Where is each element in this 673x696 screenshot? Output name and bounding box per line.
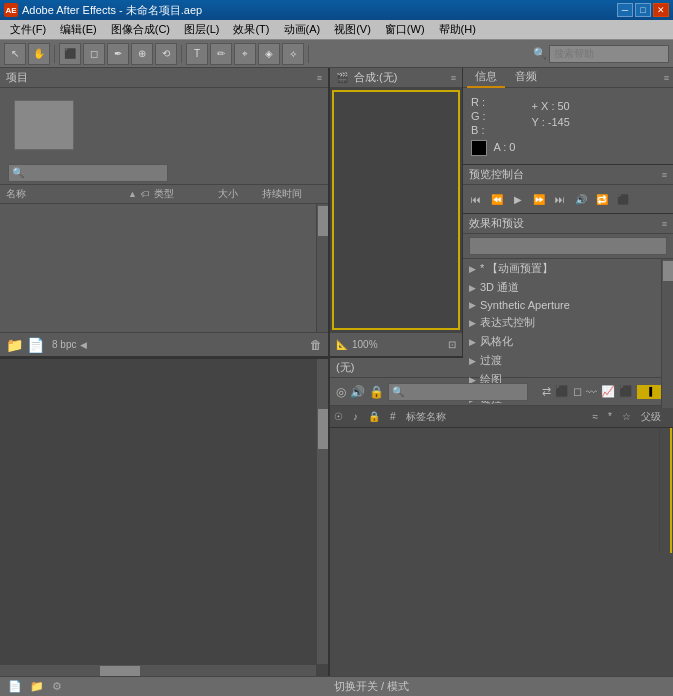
preview-ram-btn[interactable]: ⬛ [614, 190, 632, 208]
toolbar-tool-3[interactable]: ✒ [107, 43, 129, 65]
preview-loop-btn[interactable]: 🔁 [593, 190, 611, 208]
project-label-icon: 🏷 [141, 189, 150, 199]
effect-item-3d[interactable]: ▶ 3D 通道 [463, 278, 673, 297]
tl-col-mode[interactable]: ≈ [593, 411, 599, 422]
info-color-xy: R : G : B : A : 0 [471, 96, 665, 156]
title-controls: ─ □ ✕ [617, 3, 669, 17]
tl-col-lock[interactable]: 🔒 [368, 411, 380, 422]
info-plus-sign: + [531, 100, 537, 112]
menu-animation[interactable]: 动画(A) [278, 20, 327, 39]
menu-bar: 文件(F) 编辑(E) 图像合成(C) 图层(L) 效果(T) 动画(A) 视图… [0, 20, 673, 40]
comp-panel-title: 合成:(无) [354, 70, 397, 85]
left-column: 项目 ≡ 🔍 名称 ▲ 🏷 类型 大小 持续时间 [0, 68, 330, 676]
info-tabs-left: 信息 音频 [467, 68, 545, 88]
project-search-area: 🔍 [8, 164, 178, 182]
effects-search-input[interactable] [469, 237, 667, 255]
effects-scrollbar[interactable] [661, 259, 673, 408]
menu-composition[interactable]: 图像合成(C) [105, 20, 176, 39]
effect-item-synthetic[interactable]: ▶ Synthetic Aperture [463, 297, 673, 313]
info-b-label: B : [471, 124, 484, 136]
project-new-folder-icon[interactable]: 📁 [6, 337, 23, 353]
effect-item-transition[interactable]: ▶ 过渡 [463, 351, 673, 370]
project-bpc-arrow[interactable]: ◀ [80, 340, 87, 350]
effect-item-stylize[interactable]: ▶ 风格化 [463, 332, 673, 351]
tl-col-star[interactable]: * [608, 411, 612, 422]
preview-panel-menu[interactable]: ≡ [662, 170, 667, 180]
tl-col-eye[interactable]: ☉ [334, 411, 343, 422]
project-list [0, 204, 328, 332]
tl-col-fav[interactable]: ☆ [622, 411, 631, 422]
main-content: 项目 ≡ 🔍 名称 ▲ 🏷 类型 大小 持续时间 [0, 68, 673, 676]
toolbar-tool-10[interactable]: ⟡ [282, 43, 304, 65]
tl-col-parent: 父级 [641, 410, 661, 424]
info-x-row: + X : 50 [531, 100, 569, 112]
preview-next-frame-btn[interactable]: ⏩ [530, 190, 548, 208]
timeline-search-area: 🔍 [388, 383, 538, 401]
timeline-tool-3[interactable]: 🔒 [369, 385, 384, 399]
maximize-button[interactable]: □ [635, 3, 651, 17]
preview-audio-btn[interactable]: 🔊 [572, 190, 590, 208]
effects-panel-menu[interactable]: ≡ [662, 219, 667, 229]
toolbar-tool-9[interactable]: ◈ [258, 43, 280, 65]
toolbar-tool-1[interactable]: ⬛ [59, 43, 81, 65]
tl-col-name: 标签名称 [406, 410, 583, 424]
project-scrollbar[interactable] [316, 204, 328, 332]
toolbar-tool-5[interactable]: ⟲ [155, 43, 177, 65]
tl-col-hash[interactable]: # [390, 411, 396, 422]
minimize-button[interactable]: ─ [617, 3, 633, 17]
toolbar-hand-tool[interactable]: ✋ [28, 43, 50, 65]
project-search-input[interactable] [8, 164, 168, 182]
effect-arrow-transition: ▶ [469, 356, 476, 366]
preview-last-btn[interactable]: ⏭ [551, 190, 569, 208]
comp-panel-menu-icon[interactable]: ≡ [451, 73, 456, 83]
status-icon3[interactable]: ⚙ [52, 680, 62, 693]
comp-footer-icon1[interactable]: 📐 [336, 339, 348, 350]
project-new-comp-icon[interactable]: 📄 [27, 337, 44, 353]
menu-layer[interactable]: 图层(L) [178, 20, 225, 39]
menu-file[interactable]: 文件(F) [4, 20, 52, 39]
effect-item-animation[interactable]: ▶ * 【动画预置】 [463, 259, 673, 278]
preview-play-btn[interactable]: ▶ [509, 190, 527, 208]
menu-help[interactable]: 帮助(H) [433, 20, 482, 39]
menu-window[interactable]: 窗口(W) [379, 20, 431, 39]
comp-scrollbar-horizontal[interactable] [0, 664, 316, 676]
info-color-swatch-row: A : 0 [471, 140, 515, 156]
timeline-tool-1[interactable]: ◎ [336, 385, 346, 399]
search-icon: 🔍 [533, 47, 547, 60]
effect-item-expression[interactable]: ▶ 表达式控制 [463, 313, 673, 332]
status-icon2[interactable]: 📁 [30, 680, 44, 693]
effect-label-expression: 表达式控制 [480, 315, 535, 330]
comp-footer-expand[interactable]: ⊡ [448, 339, 456, 350]
tl-col-audio[interactable]: ♪ [353, 411, 358, 422]
close-button[interactable]: ✕ [653, 3, 669, 17]
toolbar-arrow-tool[interactable]: ↖ [4, 43, 26, 65]
info-b-row: B : [471, 124, 515, 136]
status-icon1[interactable]: 📄 [8, 680, 22, 693]
toolbar-tool-8[interactable]: ⌖ [234, 43, 256, 65]
toolbar-tool-7[interactable]: ✏ [210, 43, 232, 65]
timeline-search-icon: 🔍 [392, 386, 404, 397]
effect-arrow-3d: ▶ [469, 283, 476, 293]
info-panel-menu[interactable]: ≡ [664, 73, 669, 83]
timeline-search-input[interactable] [388, 383, 528, 401]
project-col-size: 大小 [218, 187, 258, 201]
timeline-tool-2[interactable]: 🔊 [350, 385, 365, 399]
project-panel: 项目 ≡ 🔍 名称 ▲ 🏷 类型 大小 持续时间 [0, 68, 328, 358]
info-tab-info[interactable]: 信息 [467, 68, 505, 88]
menu-view[interactable]: 视图(V) [328, 20, 377, 39]
toolbar-tool-4[interactable]: ⊕ [131, 43, 153, 65]
toolbar-tool-2[interactable]: ◻ [83, 43, 105, 65]
toolbar-tool-6[interactable]: T [186, 43, 208, 65]
project-trash-icon[interactable]: 🗑 [310, 338, 322, 352]
project-col-duration: 持续时间 [262, 187, 322, 201]
info-tab-audio[interactable]: 音频 [507, 68, 545, 88]
comp-scrollbar-vertical[interactable] [316, 359, 328, 664]
menu-effects[interactable]: 效果(T) [227, 20, 275, 39]
project-sort-icon[interactable]: ▲ [128, 189, 137, 199]
project-panel-menu-icon[interactable]: ≡ [317, 73, 322, 83]
project-panel-header: 项目 ≡ [0, 68, 328, 88]
menu-edit[interactable]: 编辑(E) [54, 20, 103, 39]
search-help-input[interactable] [549, 45, 669, 63]
preview-prev-frame-btn[interactable]: ⏪ [488, 190, 506, 208]
preview-first-btn[interactable]: ⏮ [467, 190, 485, 208]
